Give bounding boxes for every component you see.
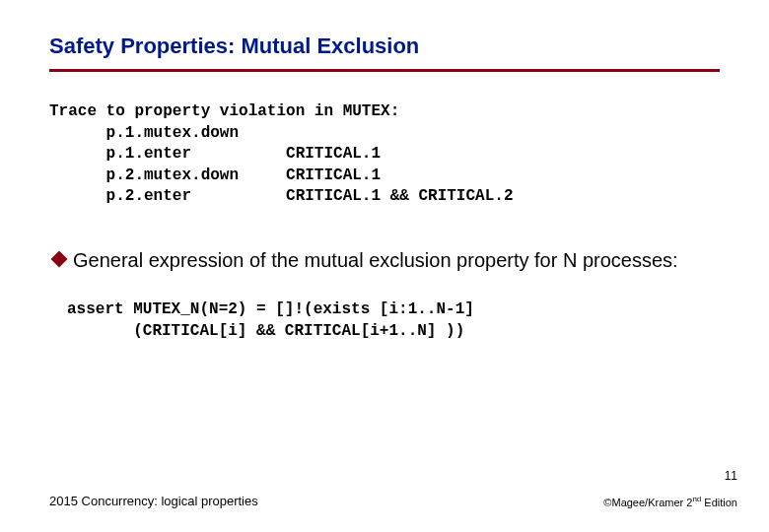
footer-right-prefix: ©Magee/Kramer 2 (603, 497, 692, 508)
title-underline (49, 69, 720, 72)
footer-right: ©Magee/Kramer 2nd Edition (603, 495, 737, 508)
slide: Safety Properties: Mutual Exclusion Trac… (0, 0, 769, 532)
page-number: 11 (725, 469, 737, 483)
assert-block: assert MUTEX_N(N=2) = []!(exists [i:1..N… (67, 299, 720, 342)
bullet-text: General expression of the mutual exclusi… (73, 247, 678, 274)
trace-block: Trace to property violation in MUTEX: p.… (49, 101, 720, 208)
footer-left: 2015 Concurrency: logical properties (49, 494, 258, 508)
footer-right-sup: nd (692, 495, 701, 503)
footer-right-suffix: Edition (701, 497, 737, 508)
diamond-icon (51, 250, 68, 267)
slide-title: Safety Properties: Mutual Exclusion (49, 33, 720, 59)
bullet-item: General expression of the mutual exclusi… (53, 247, 720, 274)
